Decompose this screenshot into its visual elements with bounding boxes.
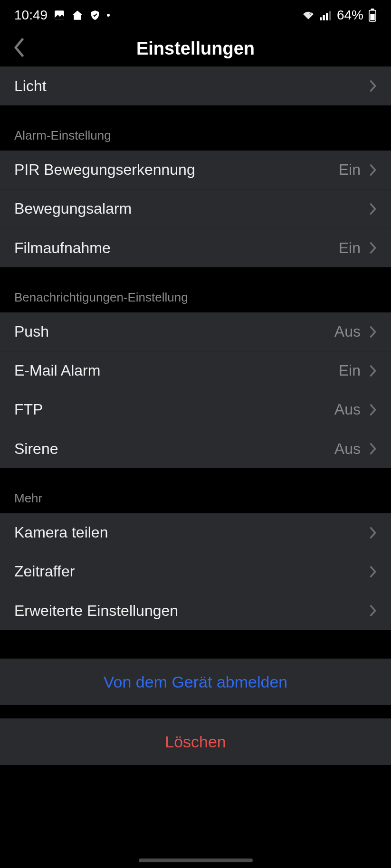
row-label: PIR Bewegungserkennung [14, 161, 339, 179]
row-ftp[interactable]: FTP Aus [0, 390, 391, 429]
picture-icon [53, 9, 66, 21]
row-label: Push [14, 323, 334, 340]
row-value: Aus [334, 440, 361, 458]
row-licht[interactable]: Licht [0, 66, 391, 105]
row-email-alarm[interactable]: E-Mail Alarm Ein [0, 351, 391, 390]
row-timelapse[interactable]: Zeitraffer [0, 552, 391, 591]
row-label: Zeitraffer [14, 563, 369, 580]
delete-button[interactable]: Löschen [0, 718, 391, 765]
chevron-right-icon [369, 325, 377, 339]
row-label: E-Mail Alarm [14, 362, 339, 379]
row-label: Sirene [14, 440, 334, 458]
row-label: Kamera teilen [14, 524, 369, 541]
chevron-right-icon [369, 565, 377, 578]
row-value: Aus [334, 323, 361, 340]
signal-icon [320, 10, 332, 20]
row-value: Ein [339, 161, 361, 179]
shield-icon [89, 9, 101, 21]
section-header-notif: Benachrichtigungen-Einstellung [0, 267, 391, 312]
chevron-right-icon [369, 604, 377, 617]
svg-rect-5 [326, 13, 328, 20]
status-time: 10:49 [14, 8, 48, 23]
status-bar: 10:49 6 64% [0, 0, 391, 30]
chevron-right-icon [369, 526, 377, 539]
home-indicator[interactable] [139, 859, 253, 862]
page-title: Einstellungen [10, 38, 381, 59]
status-battery-text: 64% [337, 8, 363, 23]
logout-button[interactable]: Von dem Gerät abmelden [0, 659, 391, 705]
row-motion-alarm[interactable]: Bewegungsalarm [0, 189, 391, 228]
dot-icon [106, 13, 110, 17]
row-value: Ein [339, 239, 361, 257]
row-label: FTP [14, 401, 334, 418]
home-icon [71, 9, 84, 21]
chevron-right-icon [369, 403, 377, 416]
chevron-right-icon [369, 364, 377, 377]
row-share-camera[interactable]: Kamera teilen [0, 513, 391, 552]
row-label: Erweiterte Einstellungen [14, 602, 369, 620]
row-value: Ein [339, 362, 361, 379]
back-button[interactable] [13, 38, 25, 59]
row-pir[interactable]: PIR Bewegungserkennung Ein [0, 151, 391, 189]
row-label: Bewegungsalarm [14, 200, 369, 217]
row-push[interactable]: Push Aus [0, 312, 391, 351]
battery-icon [368, 9, 377, 22]
section-header-alarm: Alarm-Einstellung [0, 105, 391, 151]
row-film[interactable]: Filmaufnahme Ein [0, 228, 391, 267]
svg-rect-9 [370, 14, 374, 20]
row-siren[interactable]: Sirene Aus [0, 429, 391, 468]
row-label: Licht [14, 77, 369, 95]
row-advanced[interactable]: Erweiterte Einstellungen [0, 591, 391, 630]
svg-point-1 [107, 14, 110, 17]
chevron-right-icon [369, 442, 377, 455]
svg-text:6: 6 [309, 11, 311, 16]
svg-rect-4 [323, 15, 324, 20]
app-header: Einstellungen [0, 30, 391, 66]
svg-rect-8 [371, 9, 374, 10]
wifi-icon: 6 [302, 10, 315, 20]
chevron-right-icon [369, 241, 377, 255]
chevron-right-icon [369, 202, 377, 216]
row-value: Aus [334, 401, 361, 418]
chevron-right-icon [369, 79, 377, 93]
svg-rect-6 [329, 11, 331, 20]
section-header-more: Mehr [0, 468, 391, 513]
row-label: Filmaufnahme [14, 239, 339, 257]
svg-rect-3 [320, 17, 322, 20]
chevron-right-icon [369, 163, 377, 177]
